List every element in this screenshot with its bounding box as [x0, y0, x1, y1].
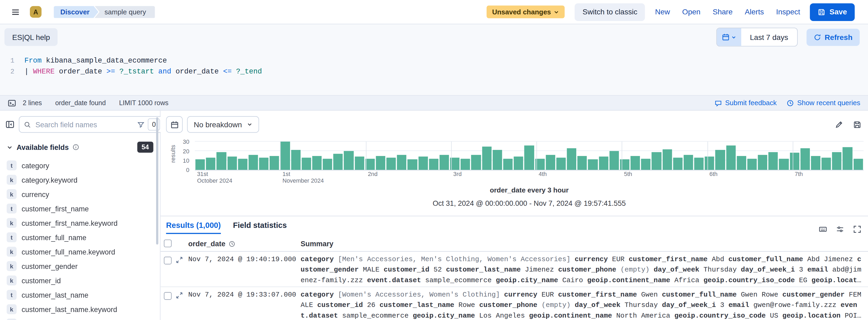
histogram-bar[interactable] [662, 149, 672, 170]
fullscreen-button[interactable] [849, 222, 865, 237]
histogram-bar[interactable] [641, 159, 651, 170]
field-list-item[interactable]: kcustomer_last_name.keyword [0, 302, 160, 316]
histogram-bar[interactable] [365, 159, 375, 170]
histogram-bar[interactable] [854, 159, 863, 170]
field-list-item[interactable]: kcustomer_full_name.keyword [0, 245, 160, 259]
breadcrumb-discover[interactable]: Discover [54, 6, 99, 18]
histogram-bar[interactable] [344, 151, 353, 170]
histogram-bar[interactable] [195, 159, 205, 170]
quick-select-date-button[interactable] [717, 28, 741, 46]
histogram-bar[interactable] [620, 159, 629, 170]
histogram-bar[interactable] [471, 155, 481, 169]
histogram-bar[interactable] [270, 156, 279, 170]
histogram-bar[interactable] [556, 158, 566, 170]
histogram-bar[interactable] [546, 155, 555, 169]
field-list-item[interactable]: kcustomer_id [0, 273, 160, 288]
histogram-bar[interactable] [609, 151, 619, 170]
histogram-bar[interactable] [822, 158, 831, 170]
histogram-bar[interactable] [578, 156, 587, 170]
select-all-checkbox[interactable] [164, 239, 172, 247]
nav-link-open[interactable]: Open [682, 8, 701, 16]
histogram-bar[interactable] [705, 157, 715, 169]
field-list-item[interactable]: tcustomer_first_name [0, 201, 160, 216]
keyboard-shortcuts-button[interactable] [815, 222, 831, 237]
edit-visualization-button[interactable] [832, 117, 846, 132]
row-checkbox[interactable] [164, 257, 172, 264]
code-line[interactable]: 2| WHERE order_date >= ?_tstart and orde… [0, 66, 868, 77]
histogram-bar[interactable] [418, 157, 428, 169]
histogram-bar[interactable] [843, 147, 852, 170]
nav-link-inspect[interactable]: Inspect [776, 8, 800, 16]
field-list-item[interactable]: tcustomer_full_name [0, 230, 160, 245]
histogram-bar[interactable] [503, 159, 513, 170]
row-checkbox[interactable] [164, 292, 172, 300]
available-fields-header[interactable]: Available fields 54 [0, 137, 160, 156]
time-range-value[interactable]: Last 7 days [741, 33, 797, 41]
menu-button[interactable] [9, 5, 22, 19]
histogram-bar[interactable] [333, 154, 343, 170]
histogram-bar[interactable] [599, 157, 608, 169]
unsaved-changes-badge[interactable]: Unsaved changes [487, 6, 565, 19]
histogram-bar[interactable] [779, 159, 788, 170]
histogram-bar[interactable] [715, 150, 725, 170]
column-header-summary[interactable]: Summary [301, 239, 333, 248]
breadcrumb-sample-query[interactable]: sample query [95, 6, 155, 18]
histogram-bar[interactable] [588, 159, 597, 170]
histogram-bar[interactable] [302, 158, 311, 170]
expand-row-button[interactable] [176, 256, 183, 264]
histogram-bar[interactable] [726, 146, 736, 170]
histogram-bar[interactable] [737, 156, 746, 170]
histogram-bar[interactable] [280, 141, 290, 170]
histogram-bar[interactable] [217, 152, 226, 170]
histogram-bar[interactable] [249, 155, 258, 169]
histogram-bar[interactable] [482, 147, 492, 170]
tab-results[interactable]: Results (1,000) [166, 221, 221, 234]
histogram-bar[interactable] [747, 159, 757, 170]
tab-field-statistics[interactable]: Field statistics [233, 221, 287, 234]
histogram-bar[interactable] [376, 156, 385, 170]
histogram-bar[interactable] [429, 159, 438, 170]
nav-link-alerts[interactable]: Alerts [745, 8, 764, 16]
histogram-bar[interactable] [811, 156, 820, 170]
save-button[interactable]: Save [810, 3, 855, 21]
histogram-bar[interactable] [800, 148, 810, 170]
field-list-item[interactable]: kcustomer_gender [0, 259, 160, 273]
collapse-sidebar-button[interactable] [6, 117, 14, 131]
nav-link-share[interactable]: Share [713, 8, 733, 16]
histogram-bar[interactable] [673, 158, 683, 170]
histogram-bar[interactable] [312, 156, 322, 170]
histogram-bar[interactable] [461, 159, 470, 170]
sidebar-scrollbar[interactable] [156, 117, 158, 245]
code-line[interactable]: 1From kibana_sample_data_ecommerce [0, 55, 868, 67]
histogram-bar[interactable] [832, 152, 842, 170]
field-list-item[interactable]: kcustomer_phone [0, 317, 160, 320]
refresh-button[interactable]: Refresh [806, 29, 860, 45]
display-options-button[interactable] [833, 222, 847, 237]
histogram-bar[interactable] [514, 157, 524, 169]
breakdown-select[interactable]: No breakdown [187, 116, 259, 133]
histogram-bar[interactable] [386, 158, 396, 170]
histogram-bar[interactable] [652, 152, 661, 170]
field-list-item[interactable]: kcustomer_first_name.keyword [0, 216, 160, 230]
nav-link-new[interactable]: New [655, 8, 670, 16]
histogram-bar[interactable] [694, 158, 704, 170]
histogram-bar[interactable] [758, 155, 768, 169]
histogram-bar[interactable] [291, 150, 301, 170]
esql-editor[interactable]: 1From kibana_sample_data_ecommerce2| WHE… [0, 50, 868, 95]
save-visualization-button[interactable] [849, 117, 865, 132]
expand-row-button[interactable] [176, 291, 183, 299]
field-list-item[interactable]: kcurrency [0, 187, 160, 201]
histogram-bar[interactable] [769, 152, 778, 170]
histogram-bar[interactable] [323, 159, 332, 170]
histogram-bar[interactable] [206, 158, 216, 170]
filter-icon[interactable] [137, 121, 145, 128]
histogram-bar[interactable] [227, 157, 237, 169]
histogram-bar[interactable] [631, 156, 640, 170]
field-list-item[interactable]: tcategory [0, 158, 160, 172]
switch-to-classic-button[interactable]: Switch to classic [575, 3, 645, 21]
histogram-bar[interactable] [440, 155, 449, 169]
histogram-bar[interactable] [524, 146, 534, 170]
histogram-bar[interactable] [493, 150, 502, 170]
histogram-bar[interactable] [408, 159, 417, 170]
field-list-item[interactable]: tcustomer_last_name [0, 288, 160, 302]
